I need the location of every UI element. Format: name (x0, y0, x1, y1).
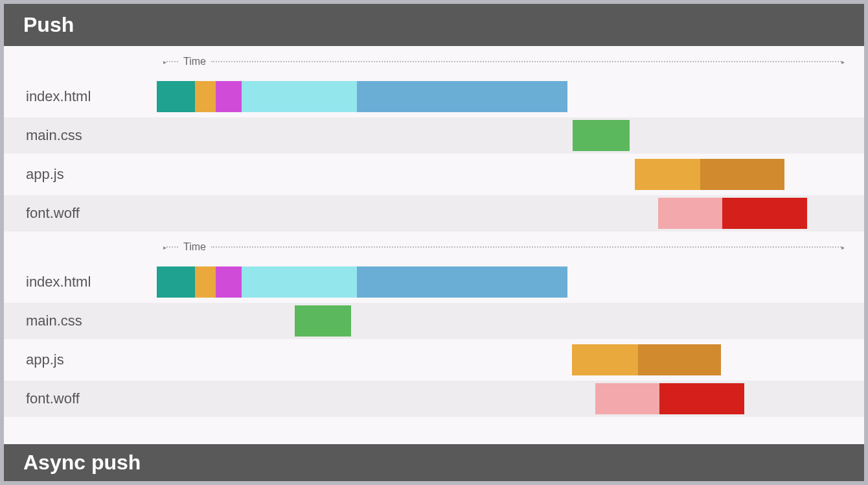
waterfall-row: main.css (4, 303, 864, 339)
timing-segment (242, 81, 357, 112)
resource-label: index.html (4, 88, 157, 105)
waterfall-row: font.woff (4, 195, 864, 231)
waterfall-row: app.js (4, 342, 864, 378)
arrow-right-icon: ▸ (841, 244, 845, 251)
arrow-right-icon: ▸ (841, 58, 845, 65)
resource-label: font.woff (4, 205, 157, 222)
timing-segment (595, 383, 659, 414)
timeline-axis: ▸Time▸ (4, 238, 864, 256)
timing-segment (638, 344, 721, 375)
waterfall-row: main.css (4, 117, 864, 154)
timing-segment (295, 305, 351, 337)
timing-segment (700, 159, 784, 190)
timing-segment (216, 81, 242, 112)
section-header-push: Push (4, 4, 864, 46)
timing-segment (659, 383, 744, 414)
timeline-dots (211, 61, 841, 62)
timeline-dots (211, 246, 841, 248)
waterfall-row: index.html (4, 264, 864, 300)
timing-segment (635, 159, 700, 190)
bar-track (157, 117, 864, 154)
resource-label: app.js (4, 166, 157, 183)
resource-label: font.woff (4, 390, 157, 407)
resource-label: main.css (4, 127, 157, 144)
timing-segment (216, 266, 242, 298)
waterfall-row: index.html (4, 78, 864, 115)
timing-segment (195, 81, 216, 112)
bar-track (157, 342, 864, 378)
resource-label: index.html (4, 274, 157, 290)
bar-track (157, 303, 864, 339)
waterfall-row: app.js (4, 156, 864, 193)
resource-label: main.css (4, 313, 157, 329)
chart-area: ▸Time▸index.htmlmain.cssapp.jsfont.woff▸… (4, 46, 864, 444)
timing-segment (195, 266, 216, 298)
timing-segment (242, 266, 357, 298)
resource-label: app.js (4, 351, 157, 368)
timing-segment (357, 81, 567, 112)
timing-segment (157, 266, 195, 298)
bar-track (157, 195, 864, 231)
timing-segment (157, 81, 195, 112)
timeline-axis: ▸Time▸ (4, 53, 864, 71)
section-header-async-push: Async push (4, 444, 864, 481)
timeline-dots (166, 61, 178, 62)
timing-segment (573, 120, 629, 151)
timeline-label: Time (178, 241, 211, 253)
timing-segment (572, 344, 638, 375)
timing-segment (658, 198, 722, 229)
slide-container: Push ▸Time▸index.htmlmain.cssapp.jsfont.… (4, 4, 864, 481)
timing-segment (722, 198, 807, 229)
timeline-label: Time (178, 56, 211, 67)
bar-track (157, 78, 864, 115)
waterfall-row: font.woff (4, 381, 864, 417)
bar-track (157, 264, 864, 300)
timeline-dots (166, 246, 178, 248)
timing-segment (357, 266, 567, 298)
bar-track (157, 381, 864, 417)
bar-track (157, 156, 864, 193)
